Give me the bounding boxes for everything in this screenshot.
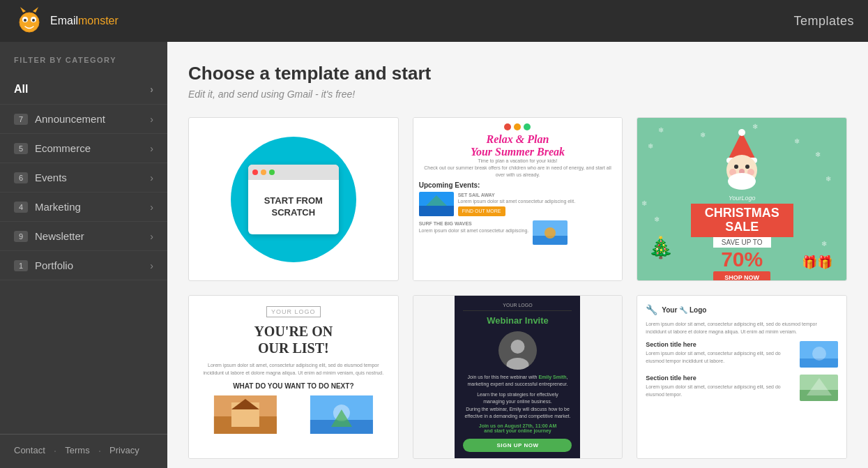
chevron-right-icon: › [150,231,153,242]
list-cta: WHAT DO YOU WANT TO DO NEXT? [233,382,353,390]
template-christmas[interactable]: ❄ ❄ ❄ ❄ ❄ ❄ ❄ ❄ ❄ ❄ [637,117,847,281]
svg-point-33 [510,340,524,354]
svg-point-13 [545,227,556,239]
sidebar-item-marketing[interactable]: 4 Marketing › [0,193,167,222]
sidebar-items: All › 7 Announcement › 5 Ecommerce › [0,75,167,434]
newsletter-badge: 9 [14,231,28,242]
summer-img-2 [533,220,568,245]
list-image-2 [296,395,388,434]
svg-marker-6 [33,7,38,13]
summer-img-1 [419,192,454,216]
xmas-your-logo: YourLogo [729,195,756,202]
chevron-right-icon: › [150,260,153,271]
template-summer[interactable]: Relax & PlanYour Summer Break Time to pl… [413,117,623,281]
events-badge: 6 [14,172,28,183]
svg-rect-9 [419,206,454,216]
sidebar-item-all[interactable]: All › [0,75,167,105]
santa-figure [714,128,770,191]
svg-point-21 [745,165,749,169]
scratch-circle: START FROM SCRATCH [231,137,356,262]
list-logo: YOUR LOGO [266,306,321,317]
sidebar-item-events-label: Events [35,172,67,183]
ecommerce-badge: 5 [14,143,28,154]
chevron-right-icon: › [150,202,153,213]
webinar-logo: YOUR LOGO [463,303,572,311]
template-grid: START FROM SCRATCH Relax & PlanYour Summ… [188,117,847,459]
sidebar-filter-title: Filter by Category [0,56,167,75]
webinar-speaker-photo [498,331,537,370]
nl-logo-text: Your 🔧 Logo [662,306,706,314]
logo[interactable]: Emailmonster [14,6,119,36]
xmas-shop-button[interactable]: SHOP NOW [713,271,770,280]
sidebar-item-announcement[interactable]: 7 Announcement › [0,105,167,134]
xmas-tree-icon: 🎄 [648,235,673,259]
webinar-title: Webinar Invite [463,315,572,326]
window-dot-green [269,169,275,175]
sidebar-item-ecommerce-label: Ecommerce [35,142,91,154]
template-list[interactable]: YOUR LOGO YOU'RE ONOUR LIST! Lorem ipsum… [188,295,399,459]
chevron-right-icon: › [150,114,153,125]
sidebar-item-portfolio-label: Portfolio [35,259,73,271]
sidebar-item-marketing-label: Marketing [35,201,81,213]
webinar-signup-button[interactable]: SIGN UP NOW [463,439,572,452]
sidebar-footer: Contact · Terms · Privacy [0,434,167,468]
xmas-title: CHRISTMASSALE [691,204,793,237]
xmas-percent: 70% [721,248,763,271]
xmas-gifts-icon: 🎁🎁 [802,255,832,270]
nl-logo: 🔧 Your 🔧 Logo [646,304,838,315]
marketing-badge: 4 [14,202,28,213]
main-layout: Filter by Category All › 7 Announcement … [0,42,868,468]
svg-point-3 [24,19,26,22]
sidebar: Filter by Category All › 7 Announcement … [0,42,167,468]
page-title: Choose a template and start [188,63,847,84]
scratch-label: START FROM SCRATCH [248,180,339,234]
template-newsletter[interactable]: 🔧 Your 🔧 Logo Lorem ipsum dolor sit amet… [637,295,847,459]
header: Emailmonster Templates [0,0,868,42]
window-dot-red [252,169,258,175]
svg-marker-5 [20,7,26,13]
svg-point-16 [738,129,745,136]
logo-icon [14,6,45,36]
chevron-right-icon: › [150,84,153,95]
list-title: YOU'RE ONOUR LIST! [254,323,333,356]
terms-link[interactable]: Terms [65,445,89,458]
sidebar-item-events[interactable]: 6 Events › [0,163,167,193]
nl-logo-icon: 🔧 [646,304,657,315]
template-scratch[interactable]: START FROM SCRATCH [188,117,399,281]
xmas-save-text: SAVE UP TO [713,237,771,248]
svg-point-4 [32,19,35,22]
nl-image-1 [800,341,838,368]
portfolio-badge: 1 [14,260,28,271]
chevron-right-icon: › [150,172,153,183]
template-webinar[interactable]: YOUR LOGO Webinar Invite Join us for thi… [413,295,623,459]
sidebar-item-announcement-label: Announcement [35,113,105,125]
nl-image-2 [800,375,838,401]
sidebar-item-all-label: All [14,83,28,96]
chevron-right-icon: › [150,143,153,154]
list-image-1 [199,395,291,434]
privacy-link[interactable]: Privacy [109,445,139,458]
sidebar-item-ecommerce[interactable]: 5 Ecommerce › [0,134,167,163]
logo-text: Emailmonster [50,15,119,27]
webinar-date: Join us on August 27th, 11:00 AMand star… [463,423,572,433]
content-area: Choose a template and start Edit it, and… [167,42,868,468]
window-dot-yellow [261,169,266,175]
sidebar-item-portfolio[interactable]: 1 Portfolio › [0,251,167,280]
svg-point-20 [734,165,738,169]
page-subtitle: Edit it, and send using Gmail - it's fre… [188,89,847,100]
announcement-badge: 7 [14,114,28,125]
sidebar-item-newsletter[interactable]: 9 Newsletter › [0,222,167,251]
sidebar-item-newsletter-label: Newsletter [35,230,84,242]
templates-nav-link[interactable]: Templates [793,14,854,29]
svg-point-37 [812,347,826,361]
contact-link[interactable]: Contact [14,445,45,458]
